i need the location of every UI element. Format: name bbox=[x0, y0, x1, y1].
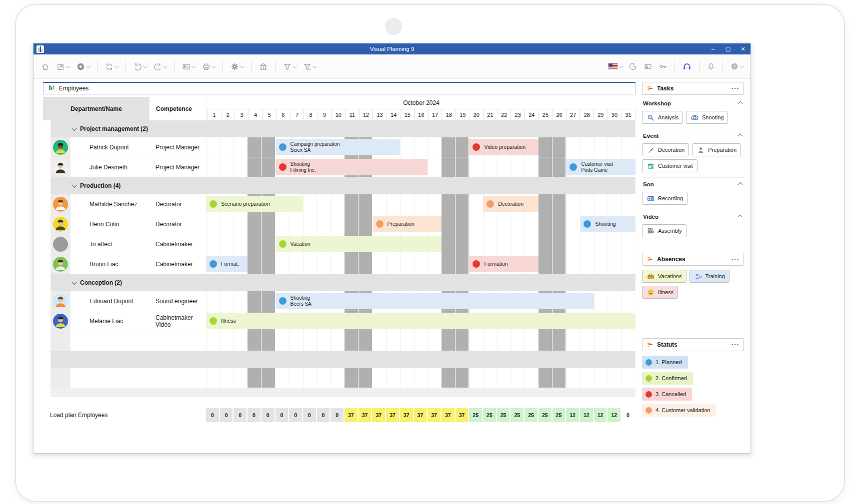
day-header-cell[interactable]: 18 bbox=[442, 109, 456, 120]
employee-name[interactable]: Bruno Liac bbox=[70, 254, 150, 274]
absence-button-illness[interactable]: Illness bbox=[642, 286, 678, 299]
day-header-cell[interactable]: 10 bbox=[331, 109, 345, 120]
day-header-cell[interactable]: 11 bbox=[345, 109, 359, 120]
day-header-cell[interactable]: 22 bbox=[497, 109, 511, 120]
task-bar[interactable]: Decoration bbox=[483, 196, 538, 212]
day-grid-cell[interactable]: PreparationShooting bbox=[206, 214, 636, 234]
task-button-shooting[interactable]: Shooting bbox=[686, 111, 728, 124]
day-header-cell[interactable]: 6 bbox=[276, 109, 290, 120]
status-item[interactable]: 2. Confirmed bbox=[642, 372, 693, 385]
status-item[interactable]: 1. Planned bbox=[642, 356, 688, 369]
day-header-cell[interactable]: 15 bbox=[400, 109, 414, 120]
task-button-recording[interactable]: Recording bbox=[642, 192, 688, 205]
task-bar[interactable]: Preparation bbox=[372, 216, 442, 232]
chevron-up-icon[interactable] bbox=[738, 101, 743, 106]
day-header-cell[interactable]: 24 bbox=[524, 109, 538, 120]
absence-button-vacations[interactable]: Vacations bbox=[642, 270, 686, 283]
day-grid-cell[interactable]: Format.Formation bbox=[206, 254, 636, 274]
home-button[interactable] bbox=[38, 60, 52, 73]
avatar[interactable] bbox=[53, 160, 68, 175]
day-header-cell[interactable]: 8 bbox=[304, 109, 318, 120]
day-grid-cell[interactable]: Illness bbox=[206, 311, 636, 331]
day-header-cell[interactable]: 1 bbox=[207, 109, 221, 120]
task-bar[interactable]: ShootingFilming Inc. bbox=[276, 159, 428, 175]
task-bar[interactable]: Campaign preparationSciex SA bbox=[276, 139, 400, 155]
chevron-up-icon[interactable] bbox=[738, 182, 743, 187]
add-button[interactable] bbox=[74, 60, 92, 73]
day-header-cell[interactable]: 19 bbox=[456, 109, 470, 120]
task-group-header[interactable]: Workshop bbox=[642, 97, 744, 110]
day-header-cell[interactable]: 13 bbox=[372, 109, 386, 120]
language-flag-button[interactable] bbox=[606, 61, 624, 71]
chevron-down-icon[interactable] bbox=[72, 126, 77, 131]
settings-button[interactable] bbox=[228, 60, 246, 73]
filter-button[interactable] bbox=[280, 60, 298, 73]
section-row[interactable]: Project management (2) bbox=[43, 120, 636, 137]
redo-button[interactable] bbox=[151, 60, 169, 73]
headset-button[interactable] bbox=[680, 60, 694, 73]
print-button[interactable] bbox=[200, 60, 218, 73]
avatar[interactable] bbox=[53, 257, 68, 272]
task-bar[interactable]: Shooting bbox=[580, 216, 636, 232]
day-header-cell[interactable]: 25 bbox=[538, 109, 552, 120]
absence-button-training[interactable]: Training bbox=[690, 270, 730, 283]
day-header-cell[interactable]: 2 bbox=[221, 109, 235, 120]
moon-button[interactable] bbox=[626, 60, 640, 72]
avatar[interactable] bbox=[53, 197, 68, 212]
task-bar[interactable]: Formation bbox=[469, 256, 538, 272]
avatar[interactable] bbox=[53, 314, 68, 329]
chevron-up-icon[interactable] bbox=[738, 214, 743, 219]
sync-button[interactable] bbox=[102, 60, 120, 73]
employee-name[interactable]: Julie Desmeth bbox=[70, 157, 150, 177]
filter-alt-button[interactable] bbox=[300, 60, 318, 73]
day-header-cell[interactable]: 5 bbox=[262, 109, 276, 120]
avatar[interactable] bbox=[53, 140, 68, 155]
avatar[interactable] bbox=[53, 294, 68, 309]
day-header-cell[interactable]: 21 bbox=[483, 109, 497, 120]
day-header-cell[interactable]: 20 bbox=[470, 109, 484, 120]
image-export-button[interactable] bbox=[180, 60, 198, 73]
employee-name[interactable]: Patrick Dupont bbox=[70, 137, 150, 157]
day-header-cell[interactable]: 27 bbox=[566, 109, 580, 120]
close-button[interactable]: ✕ bbox=[736, 43, 750, 54]
export-button[interactable] bbox=[54, 60, 72, 73]
day-header-cell[interactable]: 12 bbox=[359, 109, 373, 120]
bell-button[interactable] bbox=[704, 60, 718, 72]
day-header-cell[interactable]: 28 bbox=[580, 109, 594, 120]
tasks-menu-button[interactable]: ··· bbox=[732, 86, 740, 91]
avatar[interactable] bbox=[53, 217, 68, 232]
task-group-header[interactable]: Vidéo bbox=[642, 210, 744, 223]
statuts-menu-button[interactable]: ··· bbox=[732, 342, 740, 347]
day-grid-cell[interactable] bbox=[206, 368, 636, 388]
section-row[interactable]: Production (4) bbox=[43, 177, 636, 194]
avatar[interactable] bbox=[53, 237, 68, 252]
task-group-header[interactable]: Son bbox=[642, 177, 744, 191]
employee-name[interactable]: Melanie Liac bbox=[70, 311, 150, 331]
task-button-analysis[interactable]: Analysis bbox=[642, 111, 683, 124]
task-bar[interactable]: Customer visitPods Game bbox=[566, 159, 636, 175]
task-button-preparation[interactable]: Preparation bbox=[692, 143, 741, 156]
day-header-cell[interactable]: 16 bbox=[414, 109, 428, 120]
day-header-cell[interactable]: 17 bbox=[428, 109, 442, 120]
task-bar[interactable]: Video preparation bbox=[469, 139, 538, 155]
bank-button[interactable] bbox=[256, 60, 270, 73]
chevron-up-icon[interactable] bbox=[738, 133, 743, 138]
panel-button[interactable] bbox=[642, 60, 654, 72]
undo-button[interactable] bbox=[131, 60, 149, 73]
task-button-assembly[interactable]: Assembly bbox=[642, 224, 686, 237]
day-header-cell[interactable]: 30 bbox=[608, 109, 622, 120]
absences-menu-button[interactable]: ··· bbox=[732, 257, 740, 262]
task-bar[interactable]: Vacation bbox=[276, 236, 442, 252]
task-bar[interactable]: ShootingBeers SA bbox=[276, 293, 594, 309]
key-button[interactable] bbox=[656, 60, 670, 72]
day-header-cell[interactable]: 29 bbox=[594, 109, 608, 120]
help-button[interactable]: ? bbox=[728, 60, 746, 72]
section-row[interactable]: Conception (2) bbox=[43, 274, 636, 291]
task-bar[interactable]: Illness bbox=[206, 313, 636, 329]
day-grid-cell[interactable] bbox=[206, 331, 636, 351]
day-header-cell[interactable]: 4 bbox=[248, 109, 262, 120]
maximize-button[interactable]: ▢ bbox=[720, 43, 736, 54]
day-header-cell[interactable]: 23 bbox=[510, 109, 524, 120]
employee-name[interactable]: Mathilde Sanchez bbox=[70, 194, 150, 214]
day-grid-cell[interactable]: Campaign preparationSciex SAVideo prepar… bbox=[206, 137, 636, 157]
